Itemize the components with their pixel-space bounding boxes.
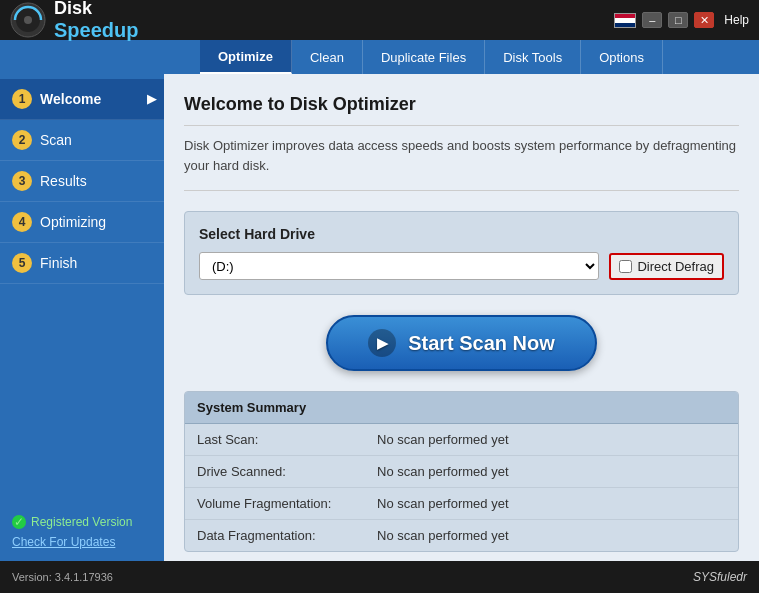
nav-tabs: Optimize Clean Duplicate Files Disk Tool…	[0, 40, 759, 74]
app-name-line2: Speedup	[54, 19, 138, 41]
hard-drive-controls: (D:) Direct Defrag	[199, 252, 724, 280]
svg-point-2	[24, 16, 32, 24]
sidebar-bottom: ✓ Registered Version Check For Updates	[0, 503, 164, 561]
sidebar-item-scan[interactable]: 2 Scan	[0, 120, 164, 161]
app-logo: Disk Speedup	[10, 0, 138, 41]
start-scan-label: Start Scan Now	[408, 332, 555, 355]
sidebar-num-welcome: 1	[12, 89, 32, 109]
direct-defrag-label[interactable]: Direct Defrag	[637, 259, 714, 274]
page-description: Disk Optimizer improves data access spee…	[184, 136, 739, 191]
sidebar-item-welcome[interactable]: 1 Welcome ▶	[0, 79, 164, 120]
sidebar-item-finish[interactable]: 5 Finish	[0, 243, 164, 284]
summary-row-label: Data Fragmentation:	[185, 520, 365, 552]
drive-select[interactable]: (D:)	[199, 252, 599, 280]
tab-disk-tools[interactable]: Disk Tools	[485, 40, 581, 74]
app-name: Disk Speedup	[54, 0, 138, 41]
hard-drive-section: Select Hard Drive (D:) Direct Defrag	[184, 211, 739, 295]
summary-row-value: No scan performed yet	[365, 424, 738, 456]
sidebar-item-optimizing[interactable]: 4 Optimizing	[0, 202, 164, 243]
hard-drive-label: Select Hard Drive	[199, 226, 724, 242]
summary-table: Last Scan:No scan performed yetDrive Sca…	[185, 424, 738, 551]
main-layout: 1 Welcome ▶ 2 Scan 3 Results 4 Optimizin…	[0, 74, 759, 561]
summary-row-value: No scan performed yet	[365, 456, 738, 488]
minimize-button[interactable]: –	[642, 12, 662, 28]
sidebar-label-results: Results	[40, 173, 87, 189]
disk-icon	[10, 2, 46, 38]
play-icon: ▶	[368, 329, 396, 357]
footer: Version: 3.4.1.17936 SYSfuledr	[0, 561, 759, 593]
language-flag[interactable]	[614, 13, 636, 28]
sidebar-label-optimizing: Optimizing	[40, 214, 106, 230]
sidebar-arrow-welcome: ▶	[147, 92, 156, 106]
content-area: Welcome to Disk Optimizer Disk Optimizer…	[164, 74, 759, 561]
tab-optimize[interactable]: Optimize	[200, 40, 292, 74]
titlebar-controls: – □ ✕ Help	[614, 12, 749, 28]
brand-label: SYSfuledr	[693, 570, 747, 584]
tab-duplicate-files[interactable]: Duplicate Files	[363, 40, 485, 74]
page-title: Welcome to Disk Optimizer	[184, 94, 739, 126]
summary-row-label: Volume Fragmentation:	[185, 488, 365, 520]
summary-row-value: No scan performed yet	[365, 488, 738, 520]
sidebar-num-results: 3	[12, 171, 32, 191]
sidebar-label-welcome: Welcome	[40, 91, 101, 107]
direct-defrag-checkbox[interactable]	[619, 260, 632, 273]
sidebar-num-scan: 2	[12, 130, 32, 150]
version-label: Version: 3.4.1.17936	[12, 571, 113, 583]
titlebar: Disk Speedup – □ ✕ Help	[0, 0, 759, 40]
sidebar-label-finish: Finish	[40, 255, 77, 271]
app-name-line1: Disk	[54, 0, 138, 19]
summary-row: Drive Scanned:No scan performed yet	[185, 456, 738, 488]
registered-badge: ✓ Registered Version	[12, 515, 152, 529]
sidebar-label-scan: Scan	[40, 132, 72, 148]
maximize-button[interactable]: □	[668, 12, 688, 28]
summary-row: Last Scan:No scan performed yet	[185, 424, 738, 456]
tab-clean[interactable]: Clean	[292, 40, 363, 74]
summary-row-value: No scan performed yet	[365, 520, 738, 552]
close-button[interactable]: ✕	[694, 12, 714, 28]
summary-row: Data Fragmentation:No scan performed yet	[185, 520, 738, 552]
sidebar: 1 Welcome ▶ 2 Scan 3 Results 4 Optimizin…	[0, 74, 164, 561]
start-btn-container: ▶ Start Scan Now	[184, 315, 739, 371]
start-scan-button[interactable]: ▶ Start Scan Now	[326, 315, 597, 371]
summary-row-label: Last Scan:	[185, 424, 365, 456]
summary-row-label: Drive Scanned:	[185, 456, 365, 488]
check-updates-link[interactable]: Check For Updates	[12, 535, 152, 549]
sidebar-item-results[interactable]: 3 Results	[0, 161, 164, 202]
registered-label: Registered Version	[31, 515, 132, 529]
sidebar-num-finish: 5	[12, 253, 32, 273]
summary-row: Volume Fragmentation:No scan performed y…	[185, 488, 738, 520]
registered-dot-icon: ✓	[12, 515, 26, 529]
summary-header: System Summary	[185, 392, 738, 424]
system-summary-section: System Summary Last Scan:No scan perform…	[184, 391, 739, 552]
direct-defrag-checkbox-container[interactable]: Direct Defrag	[609, 253, 724, 280]
tab-options[interactable]: Options	[581, 40, 663, 74]
help-label: Help	[724, 13, 749, 27]
sidebar-num-optimizing: 4	[12, 212, 32, 232]
